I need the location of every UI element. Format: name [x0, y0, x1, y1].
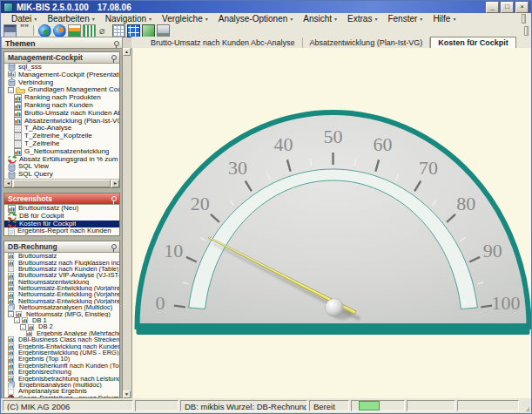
- themes-sidebar: Themen Management-Cockpitsql_sssManageme…: [1, 37, 131, 398]
- tree-item[interactable]: Bruttoumsatz VIP-Analyse (VJ-IST-PLAN-V: [4, 272, 119, 278]
- pin-icon[interactable]: [111, 196, 116, 201]
- toolbar-grip[interactable]: [524, 26, 529, 36]
- tree-item[interactable]: -DB 1: [4, 317, 119, 323]
- tree-item[interactable]: Ergebnis-Entwicklung nach Kunden (3D): [4, 343, 119, 350]
- tree-item[interactable]: Nettoumsatz-Entwicklung (Vorjahresvergle: [4, 291, 119, 297]
- scroll-up-icon[interactable]: ▲: [123, 48, 131, 56]
- menu-navigation[interactable]: Navigation▾: [100, 14, 157, 24]
- tree-item[interactable]: Bruttoumsatz nach Kunden (Table): [4, 266, 119, 272]
- area-chart-icon[interactable]: [68, 24, 81, 37]
- tree-item[interactable]: Ergebnis (Top 10): [4, 356, 119, 362]
- expander-icon[interactable]: -: [14, 317, 20, 323]
- empty-set-icon[interactable]: [98, 24, 111, 37]
- scrollbar-thumb[interactable]: [13, 180, 111, 187]
- tree-item[interactable]: Ergebnis-Report nach Kunden: [4, 227, 119, 235]
- tree-item[interactable]: Ergebnisbetrachtung nach Leistungen sort…: [4, 376, 119, 382]
- tree-item[interactable]: Verbindung: [4, 79, 119, 87]
- tree-item[interactable]: Bruttoumsatz: [4, 253, 119, 259]
- tree-item[interactable]: sql_sss: [4, 64, 119, 71]
- bar-chart-icon[interactable]: [83, 24, 96, 37]
- image-icon[interactable]: [142, 24, 155, 37]
- horizontal-scrollbar[interactable]: ◄►: [4, 179, 119, 187]
- menu-ansicht[interactable]: Ansicht▾: [298, 14, 342, 24]
- dropdown-arrow-icon: ▾: [334, 16, 337, 22]
- scroll-right-icon[interactable]: ►: [111, 180, 119, 187]
- tree-item[interactable]: Kosten für Cockpit: [4, 221, 119, 228]
- tab-kosten-für-cockpit[interactable]: Kosten für Cockpit: [430, 37, 516, 49]
- tree-item[interactable]: Ergebnisentwicklung (UMS - ERG) Kombigr: [4, 350, 119, 356]
- tree-item[interactable]: Bruttoumsatz (Neu): [4, 205, 119, 213]
- tree-item-label: Bruttoumsatz: [18, 253, 57, 259]
- expander-icon[interactable]: -: [8, 311, 14, 317]
- tree-item[interactable]: Ranking nach Kunden: [4, 102, 119, 110]
- menu-vergleiche[interactable]: Vergleiche▾: [157, 14, 213, 24]
- panel-header[interactable]: Screenshots: [4, 193, 119, 205]
- scroll-left-icon[interactable]: ◄: [4, 180, 12, 187]
- vertical-scrollbar[interactable]: ▲ ▼: [123, 48, 131, 398]
- tree-item[interactable]: SQL Query: [4, 171, 119, 179]
- tree-item[interactable]: Ergebnisanalysen (multidoc): [4, 382, 119, 388]
- tree-item[interactable]: -DB 2: [4, 323, 119, 329]
- menu-grip[interactable]: [522, 14, 526, 24]
- tree-item[interactable]: Nettoumsatz-Entwicklung (Vorjahresvergle: [4, 298, 119, 304]
- menu-bearbeiten[interactable]: Bearbeiten▾: [42, 14, 99, 24]
- tree-item[interactable]: Ergebnis Analyse (Mehrfachgra: [4, 330, 119, 336]
- panel-header[interactable]: Management-Cockpit: [4, 52, 119, 64]
- close-button[interactable]: ×: [515, 2, 529, 13]
- minimize-button[interactable]: _: [486, 2, 499, 13]
- window-panels-icon[interactable]: [127, 24, 140, 37]
- pin-icon[interactable]: [113, 41, 118, 46]
- globe-orange-icon[interactable]: [53, 24, 66, 37]
- save-icon[interactable]: [3, 24, 17, 37]
- tree-item[interactable]: T_Zeitreihe_Kopfzeile: [4, 132, 119, 140]
- menu-analyse-optionen[interactable]: Analyse-Optionen▾: [213, 14, 299, 24]
- tree-item-label: T_Zeitreihe_Kopfzeile: [24, 132, 92, 140]
- pin-icon[interactable]: [111, 55, 116, 60]
- quotes-icon[interactable]: [18, 24, 31, 37]
- tree-item[interactable]: Nettoumsatzentwicklung: [4, 279, 119, 285]
- tree-item-label: Ranking nach Produkten: [24, 94, 101, 102]
- tree-item[interactable]: Absatzentwicklung (Plan-Ist-VG): [4, 118, 119, 126]
- tree-item[interactable]: Bruttoumsatz nach Flugklassen incl. VJ-V…: [4, 260, 119, 266]
- tree-item[interactable]: Ergebnisrechnung: [4, 369, 119, 375]
- menu-fenster[interactable]: Fenster▾: [382, 14, 428, 24]
- tree-item[interactable]: SQL View: [4, 163, 119, 171]
- menu-datei[interactable]: Datei▾: [6, 14, 42, 24]
- resize-grip[interactable]: [521, 400, 529, 411]
- tree-item[interactable]: G_Nettoumsatzentwicklung: [4, 148, 119, 156]
- tree-item[interactable]: -Grundlagen Management Cockpit: [4, 86, 119, 94]
- tab-absatzentwicklung-plan-ist-vg[interactable]: Absatzentwicklung (Plan-Ist-VG): [303, 37, 431, 48]
- tree-item-label: Bruttoumsatz (Neu): [18, 205, 78, 213]
- progress-indicator: [359, 401, 380, 411]
- tree-item[interactable]: DB für Cockpit: [4, 213, 119, 221]
- menu-hilfe[interactable]: Hilfe▾: [428, 14, 461, 24]
- pin-icon[interactable]: [111, 244, 116, 249]
- expander-icon[interactable]: -: [8, 87, 14, 93]
- chart-icon: [8, 356, 16, 362]
- chart-icon: [8, 298, 16, 304]
- maximize-button[interactable]: □: [501, 2, 514, 13]
- table-grid-icon[interactable]: [112, 24, 125, 37]
- tree-item[interactable]: Nettoumsatz-Entwicklung (Vorjahresvergle: [4, 285, 119, 291]
- tree-item[interactable]: Ergebnisherkunft nach Kunden (Tortendiag: [4, 363, 119, 369]
- tree-item-label: T_Zeitreihe: [24, 140, 59, 148]
- tree-item[interactable]: Ampelanalyse Ergebnis: [4, 388, 119, 394]
- chart-icon: [26, 330, 34, 336]
- tree-item[interactable]: Brutto-Umsatz nach Kunden Abc-Analyse: [4, 110, 119, 118]
- tree-item[interactable]: DBI-Business Class nach Strecken (Fläche: [4, 336, 119, 343]
- tree-item[interactable]: Absatz Erfüllungsgrad in % zum VJ: [4, 156, 119, 164]
- tree-item[interactable]: T_Abc-Analyse: [4, 125, 119, 132]
- tab-brutto-umsatz-nach-kunden-abc-analyse[interactable]: Brutto-Umsatz nach Kunden Abc-Analyse: [144, 37, 303, 48]
- scroll-down-icon[interactable]: ▼: [123, 390, 131, 398]
- tree-item[interactable]: Nettoumsatzanalysen (Multidoc): [4, 304, 119, 310]
- expander-icon[interactable]: -: [20, 324, 26, 330]
- title-bar: MIK-BIS 2.5.0.100 17.08.06 _ □ ×: [1, 1, 531, 13]
- panel-header[interactable]: DB-Rechnung: [4, 241, 119, 253]
- globe-blue-icon[interactable]: [38, 24, 51, 37]
- tree-item[interactable]: Management-Cockpit (Presentation): [4, 71, 119, 79]
- menu-extras[interactable]: Extras▾: [342, 14, 382, 24]
- tree-item[interactable]: Ranking nach Produkten: [4, 94, 119, 102]
- tree-item[interactable]: T_Zeitreihe: [4, 140, 119, 148]
- printer-icon[interactable]: [157, 24, 170, 37]
- tree-item[interactable]: -Nettoumsatz (MFG, Einstieg): [4, 311, 119, 317]
